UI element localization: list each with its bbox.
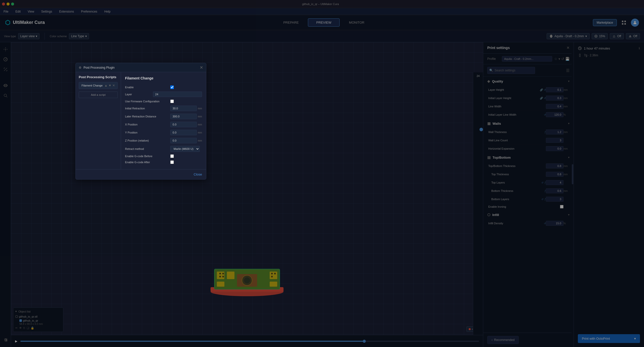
- script-down-icon[interactable]: ▼: [108, 84, 111, 87]
- top-layers-reset[interactable]: ↺: [541, 181, 543, 184]
- gcode-after-checkbox[interactable]: [170, 160, 174, 164]
- script-delete-icon[interactable]: ✕: [112, 84, 115, 87]
- profile-label: Profile: [487, 57, 500, 61]
- add-script-button[interactable]: Add a script: [79, 92, 118, 98]
- layer-height-input[interactable]: [546, 87, 564, 92]
- setting-bottom-layers: Bottom Layers ↺ ƒ: [483, 195, 574, 203]
- bottom-layers-reset[interactable]: ↺: [541, 198, 543, 201]
- layer-input[interactable]: [153, 92, 202, 97]
- infill-density-input[interactable]: [546, 221, 564, 226]
- infill-reset[interactable]: ↺: [544, 222, 546, 225]
- timeline-thumb[interactable]: [363, 340, 366, 343]
- infill-badge[interactable]: 15%: [592, 33, 608, 39]
- view-type-select[interactable]: Layer view ▾: [18, 33, 39, 39]
- enable-ironing-checkbox[interactable]: [560, 205, 564, 208]
- bottom-layers-input[interactable]: [546, 197, 564, 202]
- bottom-thickness-input[interactable]: [546, 188, 564, 193]
- win-max-btn[interactable]: [11, 3, 14, 6]
- z-position-input[interactable]: [170, 138, 197, 143]
- adhesion-badge[interactable]: Off: [626, 33, 640, 39]
- enable-checkbox[interactable]: [170, 85, 174, 89]
- menu-preferences[interactable]: Preferences: [79, 9, 99, 14]
- layer-scrubber-thumb[interactable]: [479, 128, 483, 131]
- tab-preview[interactable]: PREVIEW: [308, 18, 340, 27]
- print-button[interactable]: Print with OctoPrint ▾: [578, 334, 640, 343]
- scrollbar-thumb[interactable]: [572, 164, 573, 184]
- marketplace-button[interactable]: Marketplace: [593, 19, 617, 26]
- supports-badge[interactable]: Off: [610, 33, 624, 39]
- obj-lock-icon[interactable]: 🔒: [31, 326, 34, 330]
- top-layers-input[interactable]: [546, 180, 564, 185]
- wall-line-count-input[interactable]: [546, 138, 564, 143]
- recommended-button[interactable]: ‹ Recommended: [487, 336, 519, 344]
- object-list-item[interactable]: github_io_qr.stl: [15, 315, 61, 319]
- firmware-checkbox[interactable]: [170, 100, 174, 103]
- play-button[interactable]: ▶: [15, 339, 17, 343]
- post-processing-dialog[interactable]: ⚙ Post Processing Plugin ✕ Post Processi…: [75, 63, 206, 180]
- horizontal-expansion-input[interactable]: [546, 146, 564, 151]
- printer-name-badge[interactable]: Aquila - Draft - 0.2mm ▾: [547, 33, 590, 39]
- settings-menu-icon[interactable]: ☰: [566, 68, 570, 73]
- search-input[interactable]: [487, 67, 535, 74]
- tab-prepare[interactable]: PREPARE: [275, 18, 307, 27]
- init-layer-reset-icon[interactable]: ↺: [544, 97, 546, 100]
- grid-icon[interactable]: [620, 19, 628, 27]
- sidebar-move-btn[interactable]: [2, 45, 10, 53]
- x-position-input[interactable]: [170, 122, 197, 127]
- panel-header: Print settings ✕: [483, 42, 574, 54]
- profile-select[interactable]: Aquila - Craft - 0.2mm...: [502, 56, 552, 62]
- profile-save-icon[interactable]: 💾: [565, 57, 570, 61]
- dialog-close-button[interactable]: ✕: [200, 65, 203, 70]
- retract-method-select[interactable]: Marlin (M600 U) RepRap: [170, 146, 200, 152]
- gcode-before-checkbox[interactable]: [170, 154, 174, 158]
- dialog-title: Post Processing Plugin: [84, 66, 198, 69]
- win-close-btn[interactable]: [2, 3, 5, 6]
- timeline-track[interactable]: [20, 341, 479, 342]
- infill-section-header[interactable]: ⬡ Infill ▾: [483, 210, 574, 219]
- topbottom-thickness-input[interactable]: [546, 163, 564, 168]
- profile-star-icon[interactable]: ☆: [554, 57, 557, 61]
- menu-edit[interactable]: Edit: [14, 9, 22, 14]
- menu-file[interactable]: File: [2, 9, 10, 14]
- script-up-icon[interactable]: ▲: [104, 84, 107, 87]
- panel-close-icon[interactable]: ✕: [567, 46, 570, 50]
- menu-view[interactable]: View: [26, 9, 36, 14]
- wall-thickness-input[interactable]: [546, 129, 564, 135]
- profile-undo-icon[interactable]: ↺: [561, 57, 564, 61]
- menu-help[interactable]: Help: [103, 9, 112, 14]
- initial-retraction-input[interactable]: [170, 106, 197, 111]
- init-layer-link-icon[interactable]: 🔗: [540, 97, 543, 100]
- time-info-icon[interactable]: ℹ: [639, 47, 640, 50]
- menu-extensions[interactable]: Extensions: [58, 9, 75, 14]
- obj-pencil-icon[interactable]: ✏: [15, 326, 18, 330]
- color-scheme-select[interactable]: Line Type ▾: [69, 33, 89, 39]
- top-thickness-input[interactable]: [546, 172, 564, 177]
- menu-settings[interactable]: Settings: [40, 9, 54, 14]
- init-line-reset-icon[interactable]: ↺: [544, 113, 546, 116]
- dialog-close-btn[interactable]: Close: [194, 172, 202, 176]
- script-item-filament-change[interactable]: Filament Change ▲ ▼ ✕: [79, 82, 118, 89]
- sidebar-zoom-btn[interactable]: [2, 92, 10, 100]
- later-retraction-input[interactable]: [170, 114, 197, 119]
- quality-section-header[interactable]: ◈ Quality ▾: [483, 77, 574, 86]
- profile-chevron-icon[interactable]: ▾: [558, 57, 560, 61]
- y-position-input[interactable]: [170, 130, 197, 135]
- obj-view-icon[interactable]: 👁: [19, 326, 22, 330]
- topbottom-section-header[interactable]: ▤ Top/Bottom ▾: [483, 153, 574, 162]
- layer-height-reset-icon[interactable]: ↺: [544, 89, 546, 91]
- line-width-input[interactable]: [546, 104, 564, 109]
- layer-height-link-icon[interactable]: 🔗: [540, 89, 543, 91]
- obj-copy-icon[interactable]: ⎘: [23, 326, 25, 330]
- sidebar-view-btn[interactable]: [2, 81, 10, 90]
- win-min-btn[interactable]: [7, 3, 10, 6]
- walls-section-header[interactable]: ▦ Walls ▾: [483, 119, 574, 128]
- obj-duplicate-icon[interactable]: ❑: [27, 326, 29, 330]
- init-layer-line-width-input[interactable]: [546, 112, 564, 117]
- initial-layer-height-input[interactable]: [546, 96, 564, 101]
- user-avatar[interactable]: [631, 19, 639, 27]
- print-dropdown-icon[interactable]: ▾: [634, 337, 636, 340]
- sidebar-scale-btn[interactable]: [2, 65, 10, 73]
- sidebar-settings-btn[interactable]: [2, 336, 10, 344]
- tab-monitor[interactable]: MONITOR: [341, 18, 373, 27]
- sidebar-rotate-btn[interactable]: [2, 55, 10, 63]
